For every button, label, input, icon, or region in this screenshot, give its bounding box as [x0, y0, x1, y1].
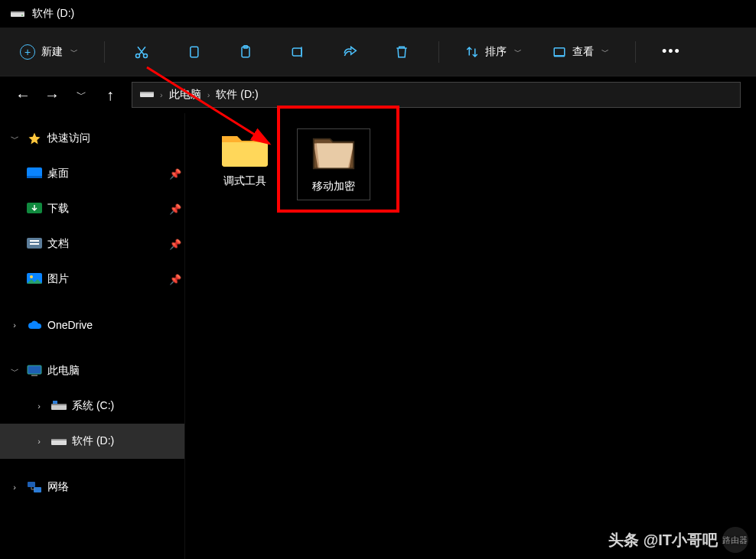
downloads-icon — [26, 200, 43, 217]
breadcrumb-current[interactable]: 软件 (D:) — [216, 88, 258, 102]
sidebar-pictures[interactable]: 图片 📌 — [0, 262, 184, 297]
forward-button[interactable]: → — [44, 86, 60, 104]
sidebar-item-label: 图片 — [47, 272, 161, 286]
svg-point-2 — [21, 15, 23, 16]
sidebar-item-label: 桌面 — [47, 167, 161, 180]
sidebar-onedrive[interactable]: › OneDrive — [0, 307, 184, 343]
sidebar-documents[interactable]: 文档 📌 — [0, 226, 184, 262]
content-pane: 调式工具 移动加密 头条 @IT小哥吧 路由器 — [185, 113, 756, 559]
sidebar-item-label: 下载 — [47, 202, 161, 216]
folder-label: 调式工具 — [223, 174, 266, 188]
sidebar-item-label: OneDrive — [47, 319, 184, 331]
cut-button[interactable] — [126, 37, 157, 67]
watermark: 头条 @IT小哥吧 路由器 — [608, 527, 748, 553]
rename-button[interactable] — [282, 37, 313, 67]
toolbar: + 新建 ﹀ 排序 ﹀ 查看 ﹀ ••• — [0, 28, 756, 76]
window-title: 软件 (D:) — [32, 7, 74, 21]
watermark-badge: 路由器 — [722, 527, 748, 553]
drive-icon — [11, 8, 24, 19]
view-button[interactable]: 查看 ﹀ — [548, 37, 614, 67]
star-icon — [26, 130, 43, 147]
svg-rect-27 — [28, 482, 35, 487]
drive-icon — [140, 89, 154, 101]
chevron-right-icon: › — [32, 401, 46, 411]
sort-button[interactable]: 排序 ﹀ — [461, 37, 526, 67]
sidebar-quick-access[interactable]: ﹀ 快速访问 — [0, 121, 184, 156]
sort-label: 排序 — [485, 45, 507, 59]
more-button[interactable]: ••• — [657, 37, 686, 67]
svg-rect-26 — [51, 439, 67, 440]
svg-rect-24 — [53, 401, 57, 404]
plus-circle-icon: + — [20, 44, 35, 60]
view-icon — [552, 45, 566, 59]
paste-button[interactable] — [230, 37, 261, 67]
sidebar-item-label: 此电脑 — [47, 364, 184, 378]
svg-rect-5 — [191, 47, 198, 57]
breadcrumb-root[interactable]: 此电脑 — [169, 88, 201, 102]
sidebar-drive-d[interactable]: › 软件 (D:) — [0, 424, 184, 459]
svg-point-19 — [30, 275, 33, 278]
sidebar-drive-c[interactable]: › 系统 (C:) — [0, 388, 184, 424]
copy-button[interactable] — [178, 37, 209, 67]
chevron-right-icon: › — [8, 320, 21, 330]
svg-point-4 — [144, 54, 148, 57]
pictures-icon — [26, 271, 43, 288]
folder-item-encrypted[interactable]: 移动加密 — [297, 128, 370, 200]
folder-item[interactable]: 调式工具 — [208, 128, 282, 188]
sidebar-item-label: 快速访问 — [47, 132, 184, 145]
desktop-icon — [26, 165, 43, 182]
new-button[interactable]: + 新建 ﹀ — [15, 37, 83, 67]
pin-icon: 📌 — [166, 203, 184, 215]
sidebar-network[interactable]: › 网络 — [0, 470, 184, 505]
delete-button[interactable] — [386, 37, 417, 67]
back-button[interactable]: ← — [15, 86, 31, 104]
documents-icon — [26, 236, 43, 252]
sort-icon — [465, 45, 479, 59]
svg-rect-11 — [140, 92, 154, 93]
view-label: 查看 — [572, 45, 594, 59]
chevron-down-icon: ﹀ — [8, 133, 21, 145]
main-area: ﹀ 快速访问 桌面 📌 下载 📌 文档 📌 — [0, 113, 756, 559]
encrypted-folder-icon — [309, 134, 358, 174]
svg-rect-17 — [30, 243, 39, 245]
svg-rect-16 — [30, 240, 39, 242]
folder-label: 移动加密 — [312, 180, 355, 193]
folder-icon — [220, 128, 269, 168]
chevron-right-icon: › — [207, 90, 210, 99]
sidebar-downloads[interactable]: 下载 📌 — [0, 191, 184, 226]
sidebar: ﹀ 快速访问 桌面 📌 下载 📌 文档 📌 — [0, 113, 185, 559]
chevron-right-icon: › — [8, 483, 21, 492]
up-button[interactable]: ↑ — [103, 86, 118, 104]
pin-icon: 📌 — [166, 274, 184, 285]
recent-button[interactable]: ﹀ — [73, 88, 89, 102]
svg-rect-20 — [28, 366, 41, 374]
svg-rect-21 — [31, 375, 37, 376]
cloud-icon — [26, 317, 43, 333]
address-bar[interactable]: › 此电脑 › 软件 (D:) — [132, 82, 741, 108]
svg-point-3 — [136, 54, 140, 57]
title-bar: 软件 (D:) — [0, 0, 756, 28]
share-button[interactable] — [334, 37, 365, 67]
svg-rect-23 — [51, 404, 67, 405]
sidebar-this-pc[interactable]: ﹀ 此电脑 — [0, 353, 184, 388]
navigation-row: ← → ﹀ ↑ › 此电脑 › 软件 (D:) — [0, 76, 756, 113]
pin-icon: 📌 — [166, 239, 184, 250]
new-label: 新建 — [41, 45, 63, 59]
separator — [635, 41, 636, 63]
chevron-down-icon: ﹀ — [8, 366, 21, 377]
separator — [438, 41, 439, 63]
watermark-text: 头条 @IT小哥吧 — [608, 530, 718, 551]
svg-rect-8 — [292, 48, 301, 56]
chevron-down-icon: ﹀ — [601, 47, 609, 57]
svg-rect-9 — [554, 47, 565, 56]
nav-arrows: ← → ﹀ ↑ — [15, 86, 118, 104]
svg-rect-1 — [11, 11, 24, 13]
svg-rect-13 — [27, 176, 42, 178]
sidebar-desktop[interactable]: 桌面 📌 — [0, 156, 184, 191]
separator — [104, 41, 105, 63]
network-icon — [26, 479, 43, 496]
computer-icon — [26, 362, 43, 379]
sidebar-item-label: 系统 (C:) — [72, 399, 184, 413]
chevron-right-icon: › — [32, 437, 46, 446]
chevron-right-icon: › — [160, 90, 163, 99]
